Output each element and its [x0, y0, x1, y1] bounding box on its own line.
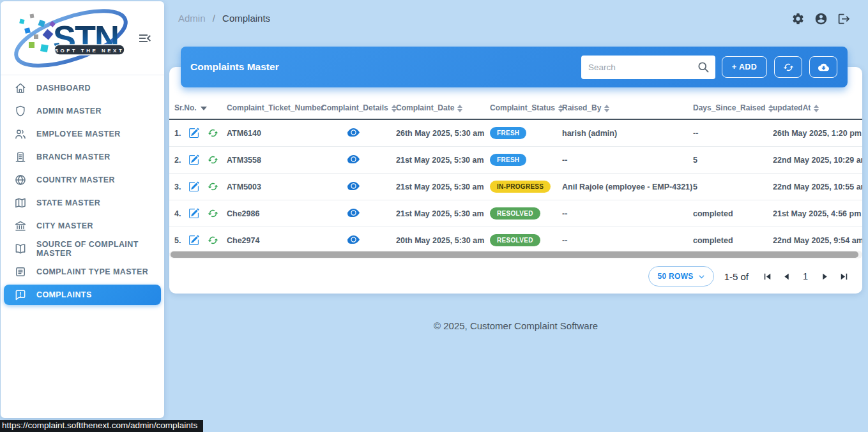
sidebar-item-dashboard[interactable]: DASHBOARD	[4, 78, 161, 98]
sidebar-collapse-icon[interactable]	[137, 31, 153, 46]
row-serial: 5.	[174, 236, 188, 245]
search-input[interactable]	[581, 56, 715, 79]
refresh-button[interactable]	[774, 56, 802, 78]
raised-by: --	[562, 200, 693, 227]
search-box	[581, 56, 715, 79]
updated-at: 22nd May 2025, 10:55 am	[773, 174, 862, 200]
sidebar-item-state-master[interactable]: STATE MASTER	[4, 193, 161, 213]
row-serial: 4.	[174, 209, 188, 218]
column-header-days-since-raised[interactable]: Days_Since_Raised	[693, 97, 773, 119]
settings-gear-icon[interactable]	[791, 12, 805, 26]
page-range-label: 1-5 of	[724, 271, 749, 282]
row-refresh-icon[interactable]	[208, 181, 218, 192]
table-row: 2. ATM3558 21st May 2025, 5:30 am FRESH …	[169, 147, 862, 174]
updated-at: 22nd May 2025, 10:29 am	[773, 147, 862, 174]
document-lines-icon	[14, 265, 27, 278]
row-refresh-icon[interactable]	[208, 154, 218, 165]
add-button[interactable]: + ADD	[722, 56, 767, 78]
sort-icon	[814, 105, 819, 112]
days-since-raised: --	[693, 119, 773, 147]
logo-pixel-squares	[19, 14, 56, 52]
profile-avatar-icon[interactable]	[814, 12, 828, 26]
ticket-number: Che2974	[227, 227, 321, 254]
edit-icon[interactable]	[188, 181, 199, 192]
complaint-date: 26th May 2025, 5:30 am	[396, 119, 490, 147]
topbar-actions	[791, 12, 851, 26]
status-badge: RESOLVED	[490, 234, 540, 246]
column-header-updatedat[interactable]: updatedAt	[773, 97, 862, 119]
status-badge: FRESH	[490, 154, 526, 166]
sidebar-item-country-master[interactable]: COUNTRY MASTER	[4, 170, 161, 190]
breadcrumb-current: Complaints	[222, 13, 270, 24]
table-row: 4. Che2986 21st May 2025, 5:30 am RESOLV…	[169, 200, 862, 227]
search-icon[interactable]	[697, 61, 710, 73]
building-icon	[14, 151, 27, 163]
column-header-sr-no-[interactable]: Sr.No.	[169, 97, 227, 119]
view-details-eye-icon[interactable]	[347, 180, 360, 192]
ticket-number: Che2986	[227, 200, 321, 227]
rows-per-page-dropdown[interactable]: 50 ROWS	[648, 266, 714, 287]
edit-icon[interactable]	[188, 128, 199, 138]
row-serial: 2.	[174, 156, 188, 165]
sidebar-item-source-of-complaint-master[interactable]: SOURCE OF COMPLAINT MASTER	[4, 239, 161, 259]
complaints-table: Sr.No.Complaint_Ticket_NumberComplaint_D…	[169, 97, 862, 254]
column-header-raised-by[interactable]: Raised_By	[562, 97, 693, 119]
breadcrumb-parent[interactable]: Admin	[178, 13, 206, 24]
logout-icon[interactable]	[837, 12, 851, 26]
home-icon	[14, 82, 27, 94]
breadcrumb-separator: /	[213, 13, 215, 24]
sidebar-item-city-master[interactable]: CITY MASTER	[4, 216, 161, 236]
row-refresh-icon[interactable]	[208, 128, 218, 138]
table-row: 3. ATM5003 21st May 2025, 5:30 am IN-PRO…	[169, 174, 862, 200]
edit-icon[interactable]	[188, 154, 199, 165]
view-details-eye-icon[interactable]	[347, 126, 360, 138]
statusbar-link-preview: https://complaint.softthenext.com/admin/…	[0, 420, 203, 432]
updated-at: 21st May 2025, 4:56 pm	[773, 200, 862, 227]
column-header-complaint-date[interactable]: Complaint_Date	[396, 97, 490, 119]
view-details-eye-icon[interactable]	[347, 153, 360, 165]
complaint-chat-icon	[14, 288, 27, 301]
complaint-date: 21st May 2025, 5:30 am	[396, 200, 490, 227]
page-title: Complaints Master	[190, 61, 581, 73]
first-page-icon[interactable]	[758, 267, 777, 286]
scrollbar-thumb[interactable]	[171, 251, 858, 258]
row-refresh-icon[interactable]	[208, 208, 218, 219]
updated-at: 26th May 2025, 1:20 pm	[773, 119, 862, 147]
view-details-eye-icon[interactable]	[347, 234, 360, 246]
sidebar-item-complaints[interactable]: COMPLAINTS	[4, 285, 161, 305]
table-row: 1. ATM6140 26th May 2025, 5:30 am FRESH …	[169, 119, 862, 147]
complaints-table-card: Sr.No.Complaint_Ticket_NumberComplaint_D…	[169, 67, 862, 294]
sidebar-item-employee-master[interactable]: EMPLOYEE MASTER	[4, 124, 161, 144]
rows-per-page-label: 50 ROWS	[658, 272, 694, 281]
raised-by: --	[562, 227, 693, 254]
raised-by: harish (admin)	[562, 119, 693, 147]
column-header-complaint-ticket-number[interactable]: Complaint_Ticket_Number	[227, 97, 321, 119]
view-details-eye-icon[interactable]	[347, 207, 360, 219]
chevron-down-icon	[697, 272, 706, 281]
column-header-complaint-details[interactable]: Complaint_Details	[321, 97, 396, 119]
map-icon	[14, 197, 27, 209]
column-header-complaint-status[interactable]: Complaint_Status	[490, 97, 562, 119]
previous-page-icon[interactable]	[777, 267, 796, 286]
edit-icon[interactable]	[188, 235, 199, 246]
sort-icon	[457, 105, 462, 112]
sidebar-item-admin-master[interactable]: ADMIN MASTER	[4, 101, 161, 121]
horizontal-scrollbar[interactable]	[169, 251, 862, 258]
export-button[interactable]	[809, 56, 837, 78]
status-badge: IN-PROGRESS	[490, 181, 551, 193]
complaint-date: 20th May 2025, 5:30 am	[396, 227, 490, 254]
table-wrap: Sr.No.Complaint_Ticket_NumberComplaint_D…	[169, 97, 862, 254]
breadcrumb: Admin / Complaints	[178, 13, 270, 24]
next-page-icon[interactable]	[815, 267, 834, 286]
complaint-date: 21st May 2025, 5:30 am	[396, 174, 490, 200]
bank-icon	[14, 220, 27, 232]
sidebar-item-complaint-type-master[interactable]: COMPLAINT TYPE MASTER	[4, 262, 161, 282]
current-page-number[interactable]: 1	[796, 271, 815, 281]
people-icon	[14, 128, 27, 140]
days-since-raised: completed	[693, 227, 773, 254]
sidebar-item-branch-master[interactable]: BRANCH MASTER	[4, 147, 161, 167]
ticket-number: ATM6140	[227, 119, 321, 147]
edit-icon[interactable]	[188, 208, 199, 219]
last-page-icon[interactable]	[834, 267, 853, 286]
row-refresh-icon[interactable]	[208, 235, 218, 246]
